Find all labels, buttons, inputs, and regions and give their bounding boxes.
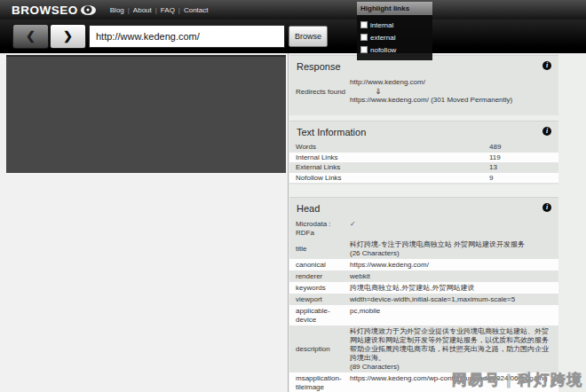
table-row: applicable-device pc,mobile [289, 305, 558, 325]
rendered-page-block [6, 55, 286, 173]
table-row: Internal Links 119 [289, 153, 558, 163]
response-card: Response Redirects found http://www.kede… [289, 55, 558, 115]
nofollow-checkbox[interactable] [360, 46, 368, 53]
meta-value: pc,mobile [350, 307, 558, 325]
stat-value: 119 [489, 153, 501, 163]
meta-value-text: 科灯跨境-专注于跨境电商独立站 外贸网站建设开发服务 [350, 240, 553, 249]
redirects-value: http://www.kedeng.com/ ⇓ https://www.ked… [350, 78, 512, 105]
meta-label: keywords [289, 284, 350, 293]
internal-label: internal [370, 21, 393, 29]
meta-label: applicable-device [289, 307, 350, 325]
meta-label: description [289, 345, 350, 354]
browseo-logo: BROWSEO [12, 4, 78, 17]
external-checkbox[interactable] [360, 34, 368, 41]
meta-label: renderer [289, 272, 350, 281]
stat-label: External Links [289, 163, 340, 171]
rendered-page-area [0, 53, 288, 392]
redirects-row: Redirects found http://www.kedeng.com/ ⇓… [289, 76, 558, 106]
info-icon[interactable] [542, 203, 551, 212]
stat-label: Words [289, 143, 316, 151]
meta-value: 科灯跨境-专注于跨境电商独立站 外贸网站建设开发服务 (26 Character… [350, 240, 558, 258]
seo-report-panel: Response Redirects found http://www.kede… [288, 53, 586, 392]
back-button[interactable]: ❮ [12, 24, 49, 49]
character-count: (26 Characters) [350, 249, 553, 258]
table-row: canonical https://www.kedeng.com/ [289, 259, 558, 270]
nav-link-blog[interactable]: Blog [107, 6, 128, 14]
meta-value: width=device-width,initial-scale=1,maxim… [350, 295, 558, 304]
nav-link-contact[interactable]: Contact [180, 6, 212, 14]
head-title: Head [297, 203, 320, 214]
watermark: 网易号 | 科灯跨境 [452, 370, 583, 390]
browseo-app: BROWSEO Blog | About | FAQ | Contact ❮ ❯… [0, 0, 586, 392]
meta-label: canonical [289, 261, 350, 270]
highlight-links-panel: Highlight links internal external nofoll… [357, 2, 432, 60]
highlight-links-body: internal external nofollow [357, 15, 432, 60]
top-nav: Blog | About | FAQ | Contact [107, 6, 212, 14]
meta-value: 科灯跨境致力于为外贸企业提供专业跨境电商独立站建站、外贸网站建设和网站定制开发等… [350, 327, 558, 372]
info-icon[interactable] [542, 127, 551, 136]
head-header: Head [289, 198, 558, 218]
meta-label: title [289, 245, 350, 254]
head-card: Head Microdata : RDFa ✓ title 科灯跨境-专注于跨境… [289, 197, 558, 392]
table-row: keywords 跨境电商独立站,外贸建站,外贸网站建设 [289, 282, 558, 294]
stat-value: 9 [489, 173, 493, 184]
meta-value-text: 科灯跨境致力于为外贸企业提供专业跨境电商独立站建站、外贸网站建设和网站定制开发等… [350, 327, 553, 363]
stat-label: Internal Links [289, 153, 338, 161]
checkmark-icon: ✓ [350, 220, 558, 238]
table-row: Nofollow Links 9 [289, 173, 558, 184]
highlight-links-title: Highlight links [357, 2, 432, 15]
table-row: Microdata : RDFa ✓ [289, 218, 558, 239]
table-row: Words 489 [289, 142, 558, 153]
redirect-to-url: https://www.kedeng.com/ (301 Moved Perma… [350, 96, 512, 105]
highlight-nofollow-row: nofollow [360, 43, 429, 56]
highlight-external-row: external [360, 31, 429, 43]
address-bar: ❮ ❯ Browse [0, 20, 586, 53]
meta-label: viewport [289, 295, 350, 304]
highlight-internal-row: internal [360, 19, 429, 31]
redirects-label: Redirects found [289, 88, 350, 96]
url-input[interactable] [89, 25, 285, 48]
text-information-title: Text Information [297, 127, 366, 137]
redirect-from-url: http://www.kedeng.com/ [350, 78, 512, 87]
info-icon[interactable] [542, 61, 551, 70]
stat-value: 489 [489, 142, 501, 153]
text-information-card: Text Information Words 489 Internal Link… [289, 121, 558, 184]
nofollow-label: nofollow [370, 46, 396, 54]
meta-value: webkit [350, 272, 558, 281]
table-row: viewport width=device-width,initial-scal… [289, 294, 558, 305]
top-bar: BROWSEO Blog | About | FAQ | Contact [0, 0, 586, 20]
eye-icon [81, 5, 96, 15]
table-row: title 科灯跨境-专注于跨境电商独立站 外贸网站建设开发服务 (26 Cha… [289, 239, 558, 259]
stat-value: 13 [489, 162, 497, 173]
meta-value: https://www.kedeng.com/ [350, 261, 558, 270]
response-title: Response [297, 61, 341, 72]
table-row: description 科灯跨境致力于为外贸企业提供专业跨境电商独立站建站、外贸… [289, 325, 558, 372]
forward-button[interactable]: ❯ [50, 24, 86, 49]
text-information-header: Text Information [289, 122, 558, 142]
meta-label: msapplication-tileimage [289, 374, 350, 392]
external-label: external [370, 34, 395, 42]
stat-label: Nofollow Links [289, 174, 342, 182]
nav-link-about[interactable]: About [130, 6, 155, 14]
table-row: renderer webkit [289, 270, 558, 282]
redirect-arrow-icon: ⇓ [375, 87, 512, 96]
nav-link-faq[interactable]: FAQ [157, 6, 178, 14]
meta-value: 跨境电商独立站,外贸建站,外贸网站建设 [350, 284, 558, 293]
toolbar: BROWSEO Blog | About | FAQ | Contact ❮ ❯… [0, 0, 586, 53]
meta-label: Microdata : RDFa [289, 220, 350, 238]
internal-checkbox[interactable] [360, 21, 368, 28]
table-row: External Links 13 [289, 162, 558, 173]
browse-button[interactable]: Browse [289, 26, 328, 47]
